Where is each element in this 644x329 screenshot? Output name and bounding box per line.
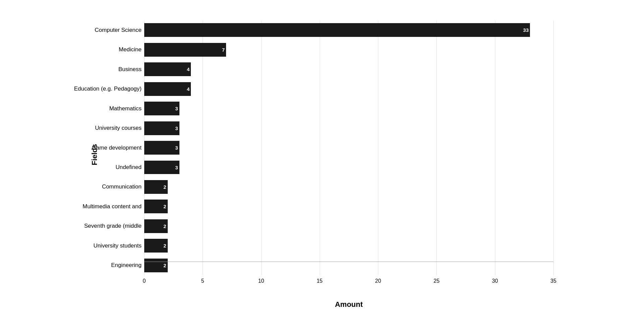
bar-track: 3 [144,121,553,135]
bar-label: Seventh grade (middle [71,223,142,229]
bar-fill: 4 [144,82,191,96]
chart-area: Fields Computer Science33Medicine7Busine… [144,20,553,289]
x-axis-ticks: 05101520253035 [144,275,553,289]
bar-track: 3 [144,161,553,174]
bar-value: 2 [163,204,167,209]
bar-value: 2 [163,243,167,249]
bar-row: Medicine7 [144,40,553,59]
bar-value: 2 [163,263,167,268]
bar-row: Game development3 [144,138,553,157]
tick-label: 0 [143,278,146,284]
bar-row: Seventh grade (middle2 [144,216,553,236]
tick-label: 35 [550,278,556,284]
tick-label: 10 [258,278,264,284]
bar-row: Mathematics3 [144,99,553,118]
bar-value: 3 [175,106,179,111]
tick-label: 30 [492,278,498,284]
bar-fill: 7 [144,43,226,57]
bar-row: Computer Science33 [144,20,553,40]
bar-fill: 4 [144,62,191,76]
bar-row: Multimedia content and2 [144,197,553,216]
bar-label: Multimedia content and [71,203,142,210]
bar-label: University courses [71,125,142,131]
tick-label: 25 [434,278,440,284]
bar-fill: 33 [144,23,530,37]
bar-track: 2 [144,259,553,272]
bar-label: Education (e.g. Pedagogy) [71,86,142,92]
tick-label: 20 [375,278,381,284]
bar-row: University courses3 [144,118,553,138]
grid-line [553,20,554,275]
bar-label: Undefined [71,164,142,171]
bar-label: Game development [71,145,142,151]
bar-track: 3 [144,141,553,155]
bar-track: 2 [144,200,553,213]
bar-label: Medicine [71,46,142,53]
bar-value: 2 [163,184,167,190]
bar-label: Communication [71,183,142,190]
bar-track: 3 [144,102,553,115]
x-axis-label: Amount [335,300,363,309]
bar-label: University students [71,242,142,249]
bar-label: Engineering [71,262,142,269]
bar-value: 2 [163,223,167,229]
bar-track: 2 [144,239,553,253]
bar-track: 33 [144,23,553,37]
bar-value: 7 [222,47,226,53]
bar-row: Engineering2 [144,256,553,275]
x-axis-line [144,262,553,262]
bar-row: Communication2 [144,177,553,197]
tick-label: 15 [317,278,323,284]
bar-row: Business4 [144,59,553,79]
bar-fill: 2 [144,239,168,253]
bar-fill: 3 [144,161,179,174]
bar-value: 3 [175,125,179,131]
chart-container: Fields Computer Science33Medicine7Busine… [70,14,574,316]
bars-wrapper: Computer Science33Medicine7Business4Educ… [144,20,553,275]
bar-fill: 3 [144,102,179,115]
bar-value: 4 [187,86,191,92]
bar-row: Education (e.g. Pedagogy)4 [144,79,553,99]
bar-track: 7 [144,43,553,57]
bar-label: Business [71,66,142,73]
bar-fill: 3 [144,141,179,155]
bar-row: University students2 [144,236,553,256]
bar-value: 3 [175,145,179,151]
bar-label: Computer Science [71,27,142,34]
bar-value: 3 [175,165,179,170]
bar-fill: 3 [144,121,179,135]
bar-value: 33 [523,27,530,33]
bar-value: 4 [187,66,191,72]
bar-fill: 2 [144,259,168,272]
bar-label: Mathematics [71,105,142,112]
bar-track: 4 [144,62,553,76]
bar-track: 2 [144,180,553,194]
bar-track: 4 [144,82,553,96]
bar-row: Undefined3 [144,158,553,177]
tick-label: 5 [201,278,204,284]
bar-fill: 2 [144,200,168,213]
bar-fill: 2 [144,180,168,194]
bar-track: 2 [144,219,553,233]
bar-fill: 2 [144,219,168,233]
